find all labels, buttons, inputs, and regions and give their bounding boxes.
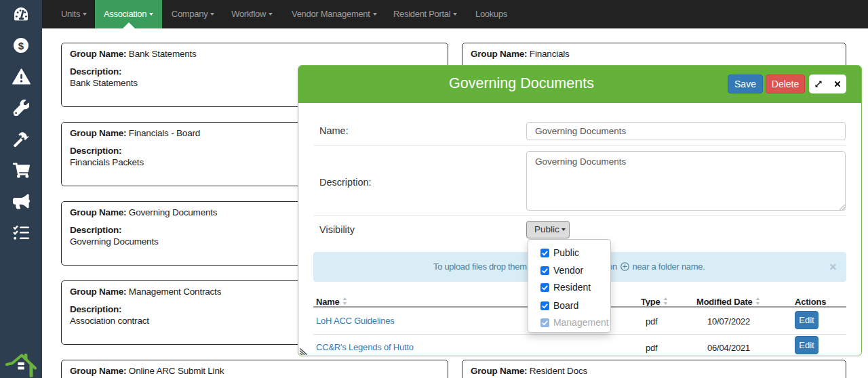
svg-text:$: $ [18, 40, 24, 51]
